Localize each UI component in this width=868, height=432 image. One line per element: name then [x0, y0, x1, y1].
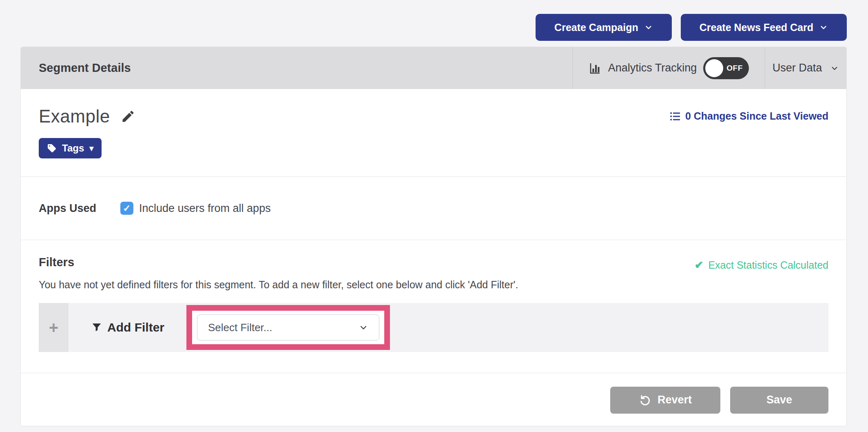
apps-used-section: Apps Used ✓ Include users from all apps: [21, 176, 846, 240]
apps-used-label: Apps Used: [39, 202, 120, 215]
tag-icon: [47, 143, 57, 153]
plus-icon: +: [49, 319, 58, 336]
page-title: Segment Details: [21, 47, 572, 89]
create-news-feed-card-button[interactable]: Create News Feed Card: [681, 14, 847, 41]
add-filter-label: Add Filter: [107, 321, 164, 334]
bar-chart-icon: [589, 62, 602, 75]
include-all-apps-checkbox[interactable]: ✓: [120, 202, 133, 215]
filters-empty-message: You have not yet defined filters for thi…: [39, 279, 828, 291]
add-filter-row: + Add Filter Select Filter...: [39, 303, 828, 352]
toggle-knob: [705, 59, 723, 77]
segment-details-card: Segment Details Analytics Tracking OFF U…: [20, 47, 847, 426]
filters-section: Filters ✔ Exact Statistics Calculated Yo…: [21, 240, 846, 373]
user-data-label: User Data: [773, 62, 822, 74]
user-data-dropdown[interactable]: User Data: [765, 47, 846, 89]
add-filter-button[interactable]: Add Filter: [91, 303, 164, 352]
card-header: Segment Details Analytics Tracking OFF U…: [21, 47, 846, 89]
list-icon: [670, 111, 680, 122]
annotation-highlight-box: Select Filter...: [186, 305, 390, 350]
create-campaign-button[interactable]: Create Campaign: [536, 14, 672, 41]
checkbox-check-icon: ✓: [123, 203, 131, 214]
save-button[interactable]: Save: [730, 387, 828, 414]
segment-name-section: Example Tags ▾ 0 Changes Since Last View…: [21, 89, 846, 176]
caret-down-icon: ▾: [89, 144, 93, 152]
tags-button-label: Tags: [62, 143, 84, 154]
revert-arrow-icon: [639, 394, 651, 406]
changes-link-label: 0 Changes Since Last Viewed: [685, 110, 828, 122]
exact-statistics-status: ✔ Exact Statistics Calculated: [695, 259, 828, 272]
changes-since-last-viewed-link[interactable]: 0 Changes Since Last Viewed: [670, 110, 828, 122]
segment-name: Example: [39, 106, 110, 127]
analytics-tracking-control[interactable]: Analytics Tracking OFF: [572, 47, 765, 89]
revert-button[interactable]: Revert: [610, 387, 720, 414]
select-filter-placeholder: Select Filter...: [208, 321, 272, 334]
chevron-down-icon: [819, 23, 828, 32]
chevron-down-icon: [644, 23, 653, 32]
filter-funnel-icon: [91, 322, 102, 333]
select-filter-dropdown[interactable]: Select Filter...: [197, 314, 379, 341]
chevron-down-icon: [359, 323, 368, 332]
include-all-apps-label: Include users from all apps: [139, 202, 271, 215]
add-filter-plus-button[interactable]: +: [39, 303, 69, 352]
create-campaign-label: Create Campaign: [554, 22, 638, 33]
top-action-bar: Create Campaign Create News Feed Card: [536, 14, 847, 41]
tags-button[interactable]: Tags ▾: [39, 138, 102, 158]
create-news-feed-card-label: Create News Feed Card: [700, 22, 813, 33]
exact-statistics-label: Exact Statistics Calculated: [708, 259, 828, 271]
card-footer: Revert Save: [21, 373, 846, 427]
include-all-apps-option[interactable]: ✓ Include users from all apps: [120, 202, 271, 215]
check-icon: ✔: [695, 259, 704, 272]
toggle-state-label: OFF: [726, 64, 743, 73]
analytics-tracking-toggle[interactable]: OFF: [703, 57, 749, 79]
chevron-down-icon: [830, 64, 839, 73]
analytics-tracking-label: Analytics Tracking: [608, 62, 697, 74]
save-button-label: Save: [766, 394, 792, 406]
revert-button-label: Revert: [658, 394, 692, 406]
edit-pencil-icon[interactable]: [121, 109, 135, 124]
